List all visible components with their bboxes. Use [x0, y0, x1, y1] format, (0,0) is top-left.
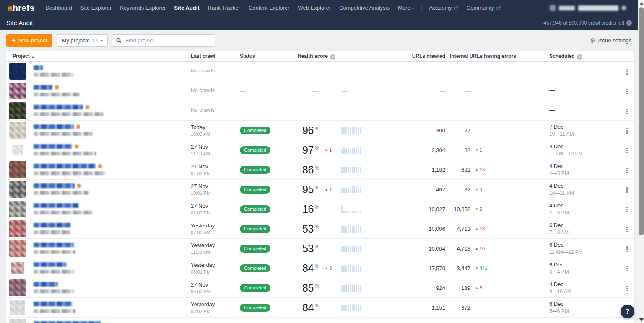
project-avatar [9, 279, 26, 296]
project-name-blurred[interactable] [34, 243, 74, 247]
column-header-project[interactable]: Project▲ [13, 51, 35, 62]
user-account-area[interactable] [550, 5, 638, 11]
row-menu-kebab-icon[interactable] [622, 67, 632, 77]
crawl-credits-help-icon[interactable]: ? [626, 20, 632, 26]
nav-item-site-audit[interactable]: Site Audit [170, 0, 203, 16]
scheduled-date: 4 Dec [549, 143, 583, 150]
column-header-scheduled: Scheduled? [549, 51, 582, 62]
project-name-block[interactable] [34, 302, 75, 313]
project-name-blurred[interactable] [34, 282, 58, 287]
project-name-block[interactable] [34, 282, 74, 293]
errors-delta: ▼441 [475, 258, 487, 278]
row-menu-kebab-icon[interactable] [622, 106, 632, 116]
row-menu-kebab-icon[interactable] [622, 204, 632, 214]
nav-item-content-explorer[interactable]: Content Explorer [244, 0, 294, 16]
nav-item-academy[interactable]: Academy [425, 0, 462, 16]
project-avatar [9, 63, 26, 80]
project-name-block[interactable] [34, 124, 93, 136]
page-scrollbar[interactable] [638, 0, 644, 323]
scrollbar-down-arrow-icon[interactable] [639, 318, 644, 321]
nav-item-competitive-analysis[interactable]: Competitive Analysis [335, 0, 394, 16]
internal-urls-errors-value: 10,058 [434, 199, 470, 219]
internal-urls-errors-value: 682 [434, 160, 470, 179]
row-menu-kebab-icon[interactable] [622, 224, 632, 234]
health-history-sparkline[interactable] [341, 245, 361, 252]
help-fab-button[interactable]: ? [621, 305, 634, 318]
project-name-block[interactable] [34, 85, 80, 96]
project-name-blurred[interactable] [34, 302, 72, 306]
health-history-sparkline[interactable] [341, 146, 361, 154]
health-score-cell: 16 % [302, 199, 319, 219]
scheduled-cell: 7 Dec 10—11 AM [549, 121, 574, 140]
project-name-block[interactable] [34, 243, 75, 254]
nav-item-community[interactable]: Community [462, 0, 505, 16]
scheduled-date: 4 Dec [549, 163, 569, 169]
nav-item-rank-tracker[interactable]: Rank Tracker [204, 0, 244, 16]
project-name-blurred[interactable] [34, 164, 96, 168]
scheduled-cell: 4 Dec 11 AM—12 PM [549, 140, 583, 160]
find-project-searchbox[interactable] [112, 34, 215, 47]
nav-label: Community [467, 5, 494, 11]
project-name-block[interactable] [34, 183, 89, 195]
project-name-block[interactable] [34, 223, 70, 234]
project-name-block[interactable] [34, 65, 73, 77]
health-history-sparkline[interactable] [341, 264, 361, 272]
project-name-blurred[interactable] [34, 223, 70, 227]
last-crawl-date: No crawls [191, 67, 215, 74]
project-name-block[interactable] [34, 321, 101, 323]
project-name-blurred[interactable] [34, 124, 74, 129]
project-name-blurred[interactable] [34, 262, 66, 267]
nav-item-site-explorer[interactable]: Site Explorer [76, 0, 116, 16]
project-name-blurred[interactable] [34, 203, 79, 208]
row-menu-kebab-icon[interactable] [622, 244, 632, 254]
issue-settings-button[interactable]: ⚙ Issue settings [590, 37, 631, 44]
health-history-sparkline[interactable] [341, 284, 361, 292]
scrollbar-thumb[interactable] [639, 7, 644, 235]
health-history-sparkline[interactable] [341, 304, 361, 311]
plus-icon: + [12, 36, 16, 44]
project-name-blurred[interactable] [34, 85, 52, 90]
project-avatar [9, 240, 26, 257]
row-menu-kebab-icon[interactable] [622, 264, 632, 274]
health-history-sparkline[interactable] [341, 225, 361, 233]
row-menu-kebab-icon[interactable] [622, 165, 632, 175]
nav-item-dashboard[interactable]: Dashboard [41, 0, 76, 16]
scheduled-date: — [549, 107, 555, 113]
project-name-blurred[interactable] [34, 105, 83, 109]
find-project-input[interactable] [125, 37, 211, 44]
delta-arrow-icon: ▲ [475, 227, 478, 231]
toolbar: + New project My projects 17 ▾ ⚙ Issue s… [0, 30, 638, 51]
project-name-blurred[interactable] [34, 144, 72, 149]
project-name-block[interactable] [34, 262, 74, 274]
ahrefs-logo[interactable]: ahrefs [8, 3, 34, 13]
project-name-blurred[interactable] [34, 321, 101, 323]
health-history-sparkline[interactable] [341, 186, 361, 193]
health-history-sparkline[interactable] [341, 205, 361, 213]
nav-item-web-explorer[interactable]: Web Explorer [293, 0, 335, 16]
health-history-sparkline[interactable] [341, 127, 361, 134]
row-menu-kebab-icon[interactable] [622, 185, 632, 195]
new-project-button[interactable]: + New project [6, 34, 52, 47]
row-menu-kebab-icon[interactable] [622, 283, 632, 293]
scrollbar-up-arrow-icon[interactable] [639, 2, 644, 5]
row-menu-kebab-icon[interactable] [622, 86, 632, 96]
project-name-blurred[interactable] [34, 65, 43, 70]
health-score-percent-sign: % [315, 204, 319, 210]
project-name-block[interactable] [34, 144, 96, 155]
project-name-blurred[interactable] [34, 183, 75, 188]
project-name-block[interactable] [34, 105, 104, 116]
project-name-block[interactable] [34, 203, 92, 214]
scheduled-help-icon[interactable]: ? [577, 54, 582, 60]
project-name-block[interactable] [34, 164, 106, 175]
nav-item-keywords-explorer[interactable]: Keywords Explorer [116, 0, 170, 16]
nav-item-more[interactable]: More▾ [394, 0, 418, 16]
health-history-sparkline[interactable] [341, 166, 361, 173]
last-crawl-cell: No crawls [191, 62, 215, 81]
internal-urls-errors-value: — [434, 81, 470, 101]
last-crawl-date: Today [191, 124, 210, 130]
row-menu-kebab-icon[interactable] [622, 145, 632, 155]
row-menu-kebab-icon[interactable] [622, 126, 632, 136]
health-score-help-icon[interactable]: ? [330, 54, 335, 60]
internal-urls-errors-value: 4,713 [434, 219, 470, 238]
my-projects-dropdown[interactable]: My projects 17 ▾ [57, 34, 108, 47]
